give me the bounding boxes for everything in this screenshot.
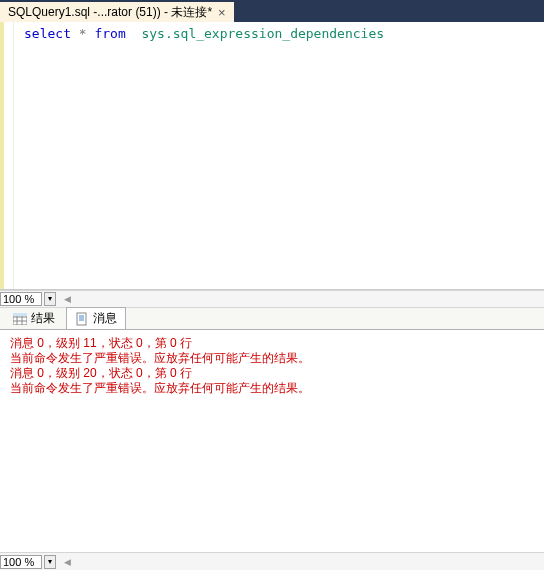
sql-editor[interactable]: select * from sys.sql_expression_depende…: [0, 22, 544, 290]
svg-rect-5: [13, 313, 27, 316]
close-icon[interactable]: ×: [218, 5, 226, 20]
grid-icon: [13, 313, 27, 325]
document-tab-bar: SQLQuery1.sql -...rator (51)) - 未连接* ×: [0, 0, 544, 22]
code-line: select * from sys.sql_expression_depende…: [14, 22, 386, 289]
zoom-value[interactable]: 100 %: [0, 555, 42, 569]
tab-results-label: 结果: [31, 310, 55, 327]
editor-zoom-bar: 100 % ▾ ◀: [0, 290, 544, 308]
tab-messages-label: 消息: [93, 310, 117, 327]
message-line: 当前命令发生了严重错误。应放弃任何可能产生的结果。: [10, 381, 534, 396]
chevron-down-icon[interactable]: ▾: [44, 292, 56, 306]
tab-results[interactable]: 结果: [4, 307, 64, 329]
svg-rect-6: [77, 313, 86, 325]
message-line: 消息 0，级别 20，状态 0，第 0 行: [10, 366, 534, 381]
results-tab-bar: 结果 消息: [0, 308, 544, 330]
chevron-down-icon[interactable]: ▾: [44, 555, 56, 569]
tab-messages[interactable]: 消息: [66, 307, 126, 329]
messages-pane[interactable]: 消息 0，级别 11，状态 0，第 0 行 当前命令发生了严重错误。应放弃任何可…: [0, 330, 544, 552]
star-token: *: [71, 26, 94, 41]
zoom-value[interactable]: 100 %: [0, 292, 42, 306]
editor-gutter: [0, 22, 14, 289]
message-line: 当前命令发生了严重错误。应放弃任何可能产生的结果。: [10, 351, 534, 366]
keyword-select: select: [24, 26, 71, 41]
message-line: 消息 0，级别 11，状态 0，第 0 行: [10, 336, 534, 351]
keyword-from: from: [94, 26, 125, 41]
scroll-left-icon[interactable]: ◀: [60, 557, 74, 567]
object-name: sys.sql_expression_dependencies: [126, 26, 384, 41]
scroll-left-icon[interactable]: ◀: [60, 294, 74, 304]
tab-title: SQLQuery1.sql -...rator (51)) - 未连接*: [8, 4, 212, 21]
document-icon: [75, 312, 89, 326]
messages-zoom-bar: 100 % ▾ ◀: [0, 552, 544, 570]
document-tab[interactable]: SQLQuery1.sql -...rator (51)) - 未连接* ×: [0, 2, 234, 22]
